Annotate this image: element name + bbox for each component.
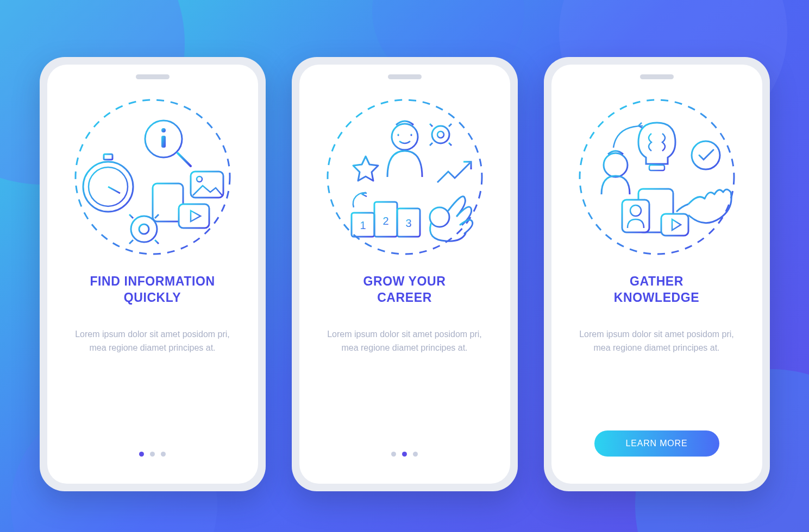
gather-knowledge-illustration [575, 96, 738, 258]
svg-point-29 [392, 124, 418, 150]
phone-row: FIND INFORMATION QUICKLY Lorem ipsum dol… [0, 57, 809, 491]
find-info-illustration [71, 96, 234, 258]
phone-mockup-3: GATHER KNOWLEDGE Lorem ipsum dolor sit a… [544, 57, 770, 491]
page-dot-2[interactable] [402, 452, 407, 457]
svg-rect-11 [191, 172, 223, 198]
svg-line-39 [430, 143, 432, 145]
svg-text:3: 3 [405, 217, 411, 229]
page-dot-1[interactable] [139, 452, 144, 457]
svg-line-36 [430, 124, 432, 126]
svg-point-30 [432, 126, 449, 143]
svg-point-9 [161, 128, 166, 132]
onboarding-screen-1: FIND INFORMATION QUICKLY Lorem ipsum dol… [47, 65, 258, 484]
svg-text:2: 2 [382, 215, 388, 227]
svg-point-31 [437, 131, 444, 138]
svg-rect-17 [179, 204, 209, 228]
svg-point-51 [692, 141, 720, 169]
page-dot-2[interactable] [150, 452, 155, 457]
onboarding-screen-2: 1 2 3 GROW YOUR CAREER Lorem ips [299, 65, 510, 484]
svg-rect-3 [104, 154, 112, 160]
onboarding-title: GATHER KNOWLEDGE [614, 273, 699, 306]
svg-rect-10 [161, 136, 166, 148]
phone-speaker [136, 74, 170, 79]
svg-point-46 [430, 207, 449, 227]
page-dot-3[interactable] [413, 452, 418, 457]
svg-line-25 [155, 240, 159, 244]
onboarding-title: FIND INFORMATION QUICKLY [90, 273, 215, 306]
svg-line-8 [178, 153, 191, 166]
svg-point-48 [604, 153, 628, 177]
page-indicator [139, 452, 166, 457]
onboarding-description: Lorem ipsum dolor sit amet posidom pri, … [573, 328, 741, 355]
grow-career-illustration: 1 2 3 [323, 96, 486, 258]
svg-line-6 [108, 187, 120, 193]
phone-speaker [388, 74, 422, 79]
svg-rect-49 [649, 165, 664, 170]
svg-point-12 [197, 176, 202, 182]
learn-more-button[interactable]: LEARN MORE [594, 430, 719, 457]
svg-point-18 [131, 216, 157, 242]
phone-mockup-2: 1 2 3 GROW YOUR CAREER Lorem ips [292, 57, 518, 491]
phone-speaker [640, 74, 674, 79]
svg-rect-59 [661, 214, 688, 236]
svg-line-27 [129, 240, 133, 244]
svg-text:1: 1 [360, 219, 366, 231]
svg-line-37 [449, 143, 451, 145]
page-dot-1[interactable] [391, 452, 396, 457]
page-indicator [391, 452, 418, 457]
onboarding-description: Lorem ipsum dolor sit amet posidom pri, … [68, 328, 237, 355]
onboarding-title: GROW YOUR CAREER [363, 273, 446, 306]
page-dot-3[interactable] [161, 452, 166, 457]
onboarding-description: Lorem ipsum dolor sit amet posidom pri, … [321, 328, 489, 355]
svg-line-24 [129, 214, 133, 218]
onboarding-screen-3: GATHER KNOWLEDGE Lorem ipsum dolor sit a… [551, 65, 762, 484]
phone-mockup-1: FIND INFORMATION QUICKLY Lorem ipsum dol… [40, 57, 266, 491]
svg-line-38 [449, 124, 451, 126]
